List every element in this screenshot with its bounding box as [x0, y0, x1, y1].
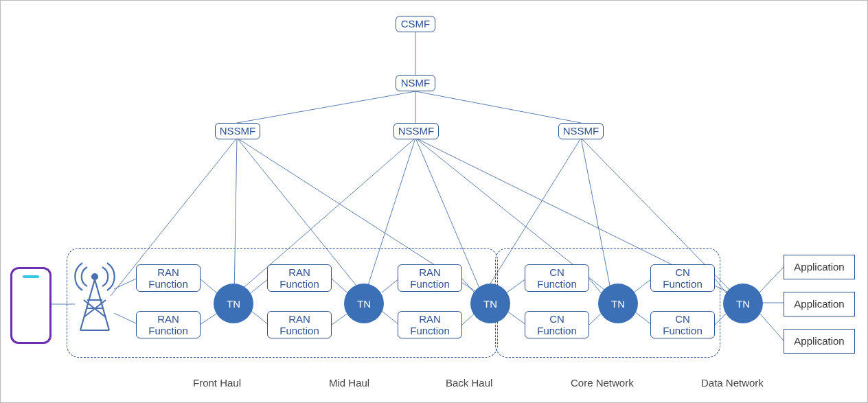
ran-function: RAN Function — [398, 264, 462, 292]
segment-label: Data Network — [701, 377, 764, 389]
nssmf-box-2: NSSMF — [393, 123, 439, 139]
cn-function: CN Function — [650, 264, 715, 292]
nssmf-box-1: NSSMF — [215, 123, 260, 139]
tn-node: TN — [344, 284, 384, 323]
segment-label: Front Haul — [193, 377, 241, 389]
svg-line-37 — [760, 267, 784, 292]
segment-label: Core Network — [571, 377, 634, 389]
cn-function: CN Function — [525, 311, 589, 338]
ran-function: RAN Function — [267, 264, 332, 292]
application-box: Application — [784, 329, 855, 354]
ran-function: RAN Function — [136, 311, 201, 338]
csmf-box: CSMF — [396, 16, 435, 32]
svg-line-1 — [237, 91, 415, 123]
segment-label: Back Haul — [446, 377, 492, 389]
ue-phone-icon — [10, 267, 52, 344]
ran-function: RAN Function — [398, 311, 462, 338]
segment-label: Mid Haul — [329, 377, 369, 389]
application-box: Application — [784, 292, 855, 316]
ran-function: RAN Function — [267, 311, 332, 338]
tn-node: TN — [214, 284, 253, 323]
ran-function: RAN Function — [136, 264, 201, 292]
cn-function: CN Function — [525, 264, 589, 292]
tn-node: TN — [470, 284, 510, 323]
svg-line-3 — [415, 91, 581, 123]
nssmf-box-3: NSSMF — [558, 123, 604, 139]
diagram-canvas: CSMF NSMF NSSMF NSSMF NSSMF RAN Function… — [0, 0, 868, 403]
antenna-tower-icon — [72, 259, 117, 334]
application-box: Application — [784, 255, 855, 279]
svg-point-40 — [92, 274, 98, 279]
tn-node: TN — [723, 284, 763, 323]
svg-line-39 — [760, 313, 784, 341]
nsmf-box: NSMF — [396, 75, 435, 91]
tn-node: TN — [598, 284, 638, 323]
cn-function: CN Function — [650, 311, 715, 338]
